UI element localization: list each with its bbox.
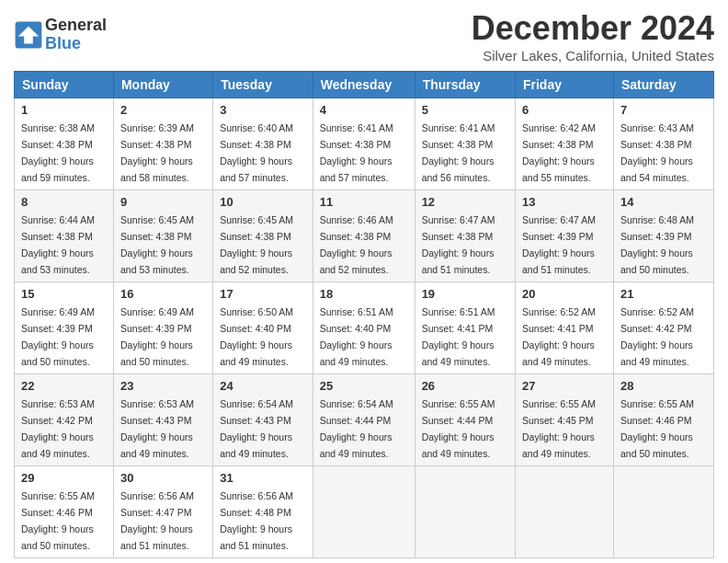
table-row: 25 Sunrise: 6:54 AMSunset: 4:44 PMDaylig… xyxy=(313,374,415,466)
day-number: 1 xyxy=(21,103,107,117)
day-info: Sunrise: 6:51 AMSunset: 4:40 PMDaylight:… xyxy=(320,306,393,367)
day-info: Sunrise: 6:54 AMSunset: 4:43 PMDaylight:… xyxy=(220,398,293,459)
day-number: 14 xyxy=(620,195,707,209)
table-row: 8 Sunrise: 6:44 AMSunset: 4:38 PMDayligh… xyxy=(15,190,114,282)
table-row: 19 Sunrise: 6:51 AMSunset: 4:41 PMDaylig… xyxy=(415,282,515,374)
table-row xyxy=(613,466,713,558)
day-info: Sunrise: 6:42 AMSunset: 4:38 PMDaylight:… xyxy=(522,122,596,183)
table-row: 11 Sunrise: 6:46 AMSunset: 4:38 PMDaylig… xyxy=(313,190,415,282)
day-number: 2 xyxy=(120,103,206,117)
day-number: 18 xyxy=(320,287,408,301)
table-row: 18 Sunrise: 6:51 AMSunset: 4:40 PMDaylig… xyxy=(313,282,415,374)
day-number: 12 xyxy=(422,195,508,209)
day-info: Sunrise: 6:47 AMSunset: 4:38 PMDaylight:… xyxy=(422,214,495,275)
table-row: 31 Sunrise: 6:56 AMSunset: 4:48 PMDaylig… xyxy=(213,466,313,558)
day-number: 24 xyxy=(220,379,306,393)
day-info: Sunrise: 6:55 AMSunset: 4:44 PMDaylight:… xyxy=(422,398,495,459)
day-info: Sunrise: 6:53 AMSunset: 4:43 PMDaylight:… xyxy=(120,398,194,459)
table-row xyxy=(313,466,415,558)
day-number: 6 xyxy=(522,103,607,117)
day-info: Sunrise: 6:45 AMSunset: 4:38 PMDaylight:… xyxy=(220,214,293,275)
month-title: December 2024 xyxy=(472,9,714,48)
table-row: 17 Sunrise: 6:50 AMSunset: 4:40 PMDaylig… xyxy=(213,282,313,374)
table-row: 30 Sunrise: 6:56 AMSunset: 4:47 PMDaylig… xyxy=(113,466,212,558)
logo-general-text: General xyxy=(45,17,107,35)
table-row: 29 Sunrise: 6:55 AMSunset: 4:46 PMDaylig… xyxy=(15,466,114,558)
day-number: 15 xyxy=(21,287,107,301)
calendar-week-row: 29 Sunrise: 6:55 AMSunset: 4:46 PMDaylig… xyxy=(15,466,714,558)
day-number: 22 xyxy=(21,379,107,393)
table-row xyxy=(515,466,613,558)
logo-icon xyxy=(14,20,43,50)
calendar-header-row: Sunday Monday Tuesday Wednesday Thursday… xyxy=(15,72,714,98)
day-number: 11 xyxy=(320,195,408,209)
day-info: Sunrise: 6:44 AMSunset: 4:38 PMDaylight:… xyxy=(21,214,95,275)
day-info: Sunrise: 6:46 AMSunset: 4:38 PMDaylight:… xyxy=(320,214,393,275)
col-tuesday: Tuesday xyxy=(213,72,313,98)
logo-blue-text: Blue xyxy=(45,35,107,53)
table-row xyxy=(415,466,515,558)
day-info: Sunrise: 6:53 AMSunset: 4:42 PMDaylight:… xyxy=(21,398,95,459)
day-number: 31 xyxy=(220,471,306,485)
table-row: 12 Sunrise: 6:47 AMSunset: 4:38 PMDaylig… xyxy=(415,190,515,282)
table-row: 14 Sunrise: 6:48 AMSunset: 4:39 PMDaylig… xyxy=(613,190,713,282)
day-info: Sunrise: 6:43 AMSunset: 4:38 PMDaylight:… xyxy=(620,122,694,183)
day-info: Sunrise: 6:56 AMSunset: 4:48 PMDaylight:… xyxy=(220,490,293,551)
col-saturday: Saturday xyxy=(613,72,713,98)
page-header: General Blue December 2024 Silver Lakes,… xyxy=(14,9,714,63)
table-row: 2 Sunrise: 6:39 AMSunset: 4:38 PMDayligh… xyxy=(113,98,212,190)
day-number: 7 xyxy=(620,103,707,117)
table-row: 28 Sunrise: 6:55 AMSunset: 4:46 PMDaylig… xyxy=(613,374,713,466)
day-info: Sunrise: 6:47 AMSunset: 4:39 PMDaylight:… xyxy=(522,214,596,275)
day-info: Sunrise: 6:41 AMSunset: 4:38 PMDaylight:… xyxy=(422,122,495,183)
day-number: 27 xyxy=(522,379,607,393)
table-row: 16 Sunrise: 6:49 AMSunset: 4:39 PMDaylig… xyxy=(113,282,212,374)
col-wednesday: Wednesday xyxy=(313,72,415,98)
day-number: 5 xyxy=(422,103,508,117)
day-number: 3 xyxy=(220,103,306,117)
day-info: Sunrise: 6:48 AMSunset: 4:39 PMDaylight:… xyxy=(620,214,694,275)
table-row: 26 Sunrise: 6:55 AMSunset: 4:44 PMDaylig… xyxy=(415,374,515,466)
col-sunday: Sunday xyxy=(15,72,114,98)
day-info: Sunrise: 6:55 AMSunset: 4:46 PMDaylight:… xyxy=(620,398,694,459)
table-row: 22 Sunrise: 6:53 AMSunset: 4:42 PMDaylig… xyxy=(15,374,114,466)
table-row: 24 Sunrise: 6:54 AMSunset: 4:43 PMDaylig… xyxy=(213,374,313,466)
day-info: Sunrise: 6:55 AMSunset: 4:46 PMDaylight:… xyxy=(21,490,95,551)
table-row: 9 Sunrise: 6:45 AMSunset: 4:38 PMDayligh… xyxy=(113,190,212,282)
title-section: December 2024 Silver Lakes, California, … xyxy=(472,9,714,63)
day-info: Sunrise: 6:56 AMSunset: 4:47 PMDaylight:… xyxy=(120,490,194,551)
day-info: Sunrise: 6:45 AMSunset: 4:38 PMDaylight:… xyxy=(120,214,194,275)
day-number: 23 xyxy=(120,379,206,393)
day-number: 9 xyxy=(120,195,206,209)
day-number: 29 xyxy=(21,471,107,485)
day-number: 26 xyxy=(422,379,508,393)
day-number: 4 xyxy=(320,103,408,117)
day-info: Sunrise: 6:49 AMSunset: 4:39 PMDaylight:… xyxy=(21,306,95,367)
table-row: 6 Sunrise: 6:42 AMSunset: 4:38 PMDayligh… xyxy=(515,98,613,190)
day-info: Sunrise: 6:49 AMSunset: 4:39 PMDaylight:… xyxy=(120,306,194,367)
day-info: Sunrise: 6:50 AMSunset: 4:40 PMDaylight:… xyxy=(220,306,293,367)
day-number: 20 xyxy=(522,287,607,301)
day-number: 25 xyxy=(320,379,408,393)
day-info: Sunrise: 6:41 AMSunset: 4:38 PMDaylight:… xyxy=(320,122,393,183)
col-monday: Monday xyxy=(113,72,212,98)
col-friday: Friday xyxy=(515,72,613,98)
table-row: 4 Sunrise: 6:41 AMSunset: 4:38 PMDayligh… xyxy=(313,98,415,190)
table-row: 7 Sunrise: 6:43 AMSunset: 4:38 PMDayligh… xyxy=(613,98,713,190)
location-subtitle: Silver Lakes, California, United States xyxy=(472,48,714,63)
table-row: 3 Sunrise: 6:40 AMSunset: 4:38 PMDayligh… xyxy=(213,98,313,190)
day-number: 21 xyxy=(620,287,707,301)
day-info: Sunrise: 6:51 AMSunset: 4:41 PMDaylight:… xyxy=(422,306,495,367)
table-row: 13 Sunrise: 6:47 AMSunset: 4:39 PMDaylig… xyxy=(515,190,613,282)
day-number: 30 xyxy=(120,471,206,485)
day-info: Sunrise: 6:38 AMSunset: 4:38 PMDaylight:… xyxy=(21,122,95,183)
table-row: 23 Sunrise: 6:53 AMSunset: 4:43 PMDaylig… xyxy=(113,374,212,466)
table-row: 21 Sunrise: 6:52 AMSunset: 4:42 PMDaylig… xyxy=(613,282,713,374)
calendar-week-row: 1 Sunrise: 6:38 AMSunset: 4:38 PMDayligh… xyxy=(15,98,714,190)
day-number: 28 xyxy=(620,379,707,393)
day-number: 13 xyxy=(522,195,607,209)
calendar-week-row: 8 Sunrise: 6:44 AMSunset: 4:38 PMDayligh… xyxy=(15,190,714,282)
logo: General Blue xyxy=(14,17,107,53)
day-number: 16 xyxy=(120,287,206,301)
table-row: 15 Sunrise: 6:49 AMSunset: 4:39 PMDaylig… xyxy=(15,282,114,374)
